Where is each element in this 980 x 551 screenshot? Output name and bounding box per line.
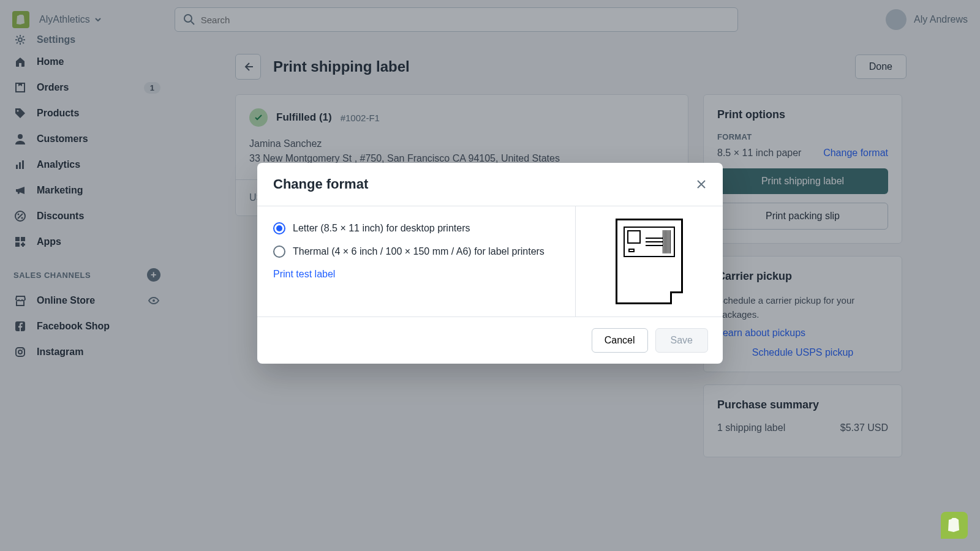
print-test-label-link[interactable]: Print test label	[273, 269, 335, 279]
radio-option-thermal[interactable]: Thermal (4 × 6 inch / 100 × 150 mm / A6)…	[273, 246, 559, 258]
modal-title: Change format	[273, 176, 368, 192]
document-icon	[616, 219, 683, 304]
close-icon	[696, 179, 707, 190]
help-bubble[interactable]	[941, 512, 968, 539]
cancel-button[interactable]: Cancel	[592, 328, 648, 353]
save-button[interactable]: Save	[655, 328, 708, 353]
format-preview	[576, 206, 723, 317]
radio-icon	[273, 222, 285, 234]
shopify-icon	[948, 517, 961, 533]
modal-overlay: Change format Letter (8.5 × 11 inch) for…	[0, 0, 980, 551]
radio-icon	[273, 246, 285, 258]
close-button[interactable]	[696, 179, 707, 190]
radio-option-letter[interactable]: Letter (8.5 × 11 inch) for desktop print…	[273, 222, 559, 234]
change-format-modal: Change format Letter (8.5 × 11 inch) for…	[257, 163, 723, 364]
